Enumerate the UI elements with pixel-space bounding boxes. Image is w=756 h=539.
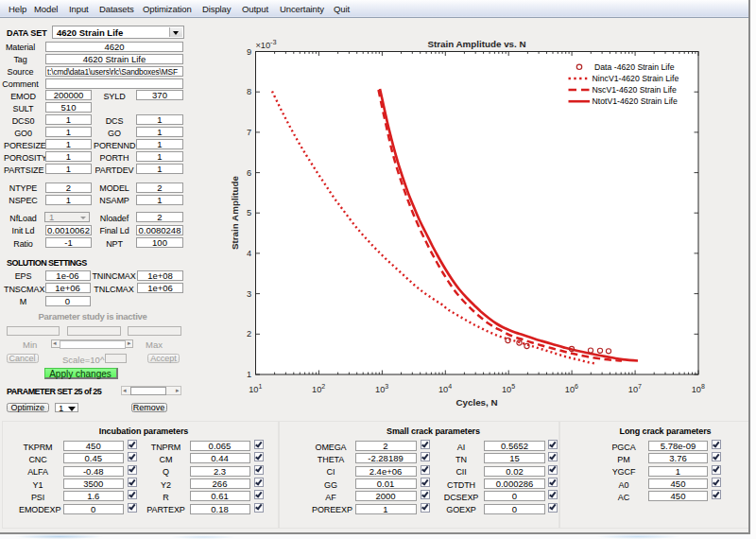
svg-text:105: 105 xyxy=(502,383,515,394)
svg-text:6: 6 xyxy=(247,168,251,178)
svg-text:NincV1-4620 Strain Life: NincV1-4620 Strain Life xyxy=(593,74,679,83)
svg-text:Strain Amplitude vs. N: Strain Amplitude vs. N xyxy=(427,39,525,49)
svg-text:102: 102 xyxy=(312,383,325,394)
svg-text:3: 3 xyxy=(247,289,251,299)
svg-text:5: 5 xyxy=(247,208,251,217)
svg-text:Cycles, N: Cycles, N xyxy=(455,397,497,408)
svg-text:106: 106 xyxy=(565,383,578,394)
svg-text:×10-3: ×10-3 xyxy=(256,38,277,50)
svg-text:104: 104 xyxy=(438,383,452,394)
svg-text:Strain Amplitude: Strain Amplitude xyxy=(230,175,240,250)
svg-text:107: 107 xyxy=(628,383,642,394)
svg-text:Data -4620 Strain Life: Data -4620 Strain Life xyxy=(594,62,675,72)
svg-text:9: 9 xyxy=(247,47,251,57)
svg-text:108: 108 xyxy=(692,383,705,394)
svg-text:8: 8 xyxy=(247,87,251,96)
svg-text:NscV1-4620 Strain Life: NscV1-4620 Strain Life xyxy=(593,85,678,95)
svg-text:4: 4 xyxy=(247,249,251,258)
svg-text:103: 103 xyxy=(375,383,388,394)
svg-text:7: 7 xyxy=(247,128,251,137)
svg-text:2: 2 xyxy=(247,329,251,339)
svg-text:NtotV1-4620 Strain Life: NtotV1-4620 Strain Life xyxy=(593,96,678,106)
svg-text:101: 101 xyxy=(249,383,262,394)
svg-text:1: 1 xyxy=(247,370,251,379)
